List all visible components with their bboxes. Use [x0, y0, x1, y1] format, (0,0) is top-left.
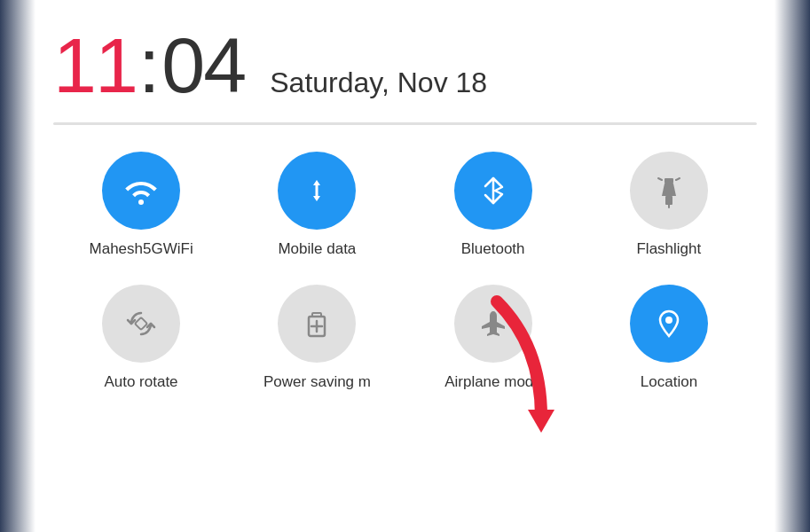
auto-rotate-icon [122, 304, 161, 343]
flashlight-icon [649, 171, 688, 210]
svg-rect-4 [135, 317, 147, 330]
bluetooth-icon [474, 171, 513, 210]
svg-point-9 [665, 317, 672, 324]
toggle-row-2: Auto rotate Power saving m [0, 285, 810, 391]
quick-toggles-container: Mahesh5GWiFi Mobile data [0, 152, 810, 391]
toggle-airplane-mode[interactable]: Airplane mode [440, 285, 547, 391]
toggle-mobile-data-circle[interactable] [278, 152, 356, 230]
toggle-airplane-label: Airplane mode [444, 373, 542, 391]
toggle-wifi-label: Mahesh5GWiFi [90, 240, 193, 258]
toggle-power-saving-label: Power saving m [263, 373, 371, 391]
toggle-flashlight-label: Flashlight [636, 240, 701, 258]
wifi-icon [122, 171, 161, 210]
toggle-mobile-data-label: Mobile data [278, 240, 356, 258]
time-section: 11 : 04 Saturday, Nov 18 [0, 0, 810, 122]
time-hours: 11 [53, 27, 137, 105]
toggle-bluetooth-label: Bluetooth [461, 240, 525, 258]
toggle-location[interactable]: Location [616, 285, 722, 391]
power-saving-icon [297, 304, 336, 343]
svg-marker-10 [528, 410, 554, 433]
toggle-location-circle[interactable] [630, 285, 708, 363]
divider [53, 122, 757, 125]
toggle-wifi[interactable]: Mahesh5GWiFi [88, 152, 194, 258]
time-minutes: 04 [161, 27, 245, 105]
svg-rect-2 [665, 196, 672, 205]
screen: 11 : 04 Saturday, Nov 18 Mahesh5GWiFi [0, 0, 810, 532]
mobile-data-icon [297, 171, 336, 210]
toggle-wifi-circle[interactable] [102, 152, 180, 230]
svg-rect-6 [312, 313, 321, 317]
toggle-power-saving-circle[interactable] [278, 285, 356, 363]
toggle-row-1: Mahesh5GWiFi Mobile data [0, 152, 810, 258]
toggle-airplane-circle[interactable] [454, 285, 532, 363]
toggle-bluetooth[interactable]: Bluetooth [440, 152, 547, 258]
toggle-location-label: Location [641, 373, 697, 391]
toggle-flashlight[interactable]: Flashlight [616, 152, 722, 258]
date-display: Saturday, Nov 18 [270, 66, 487, 99]
svg-rect-1 [665, 178, 673, 184]
toggle-flashlight-circle[interactable] [630, 152, 708, 230]
airplane-icon [474, 304, 513, 343]
toggle-auto-rotate-circle[interactable] [102, 285, 180, 363]
toggle-bluetooth-circle[interactable] [454, 152, 532, 230]
time-display: 11 : 04 [53, 27, 245, 105]
toggle-auto-rotate-label: Auto rotate [104, 373, 177, 391]
time-colon: : [138, 27, 160, 105]
toggle-mobile-data[interactable]: Mobile data [263, 152, 370, 258]
toggle-power-saving[interactable]: Power saving m [263, 285, 371, 391]
location-icon [649, 304, 688, 343]
toggle-auto-rotate[interactable]: Auto rotate [88, 285, 194, 391]
